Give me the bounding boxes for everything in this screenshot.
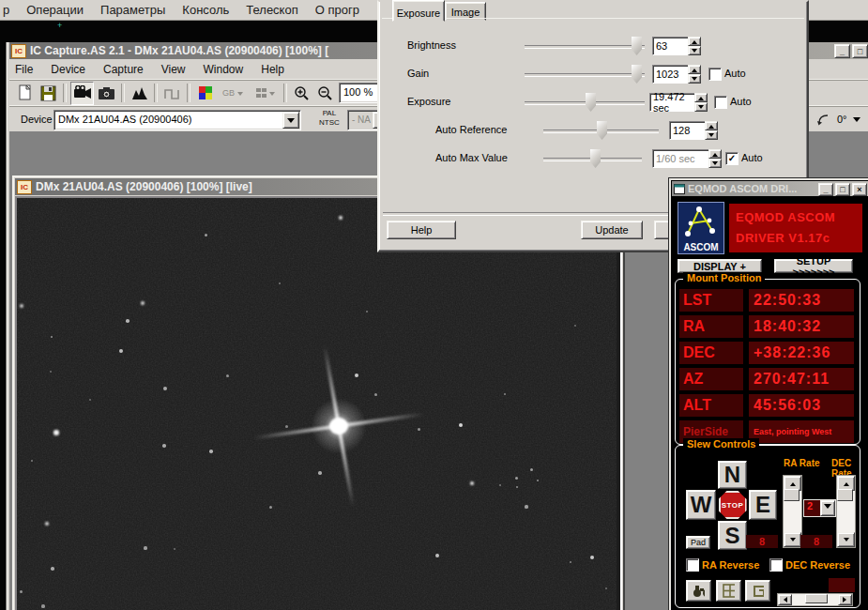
spin-up-button[interactable] <box>688 65 701 74</box>
ra-label: RA <box>679 315 743 338</box>
gb-dropdown[interactable]: GB <box>218 83 248 104</box>
star <box>20 304 24 309</box>
gain-value[interactable]: 1023 <box>652 65 691 84</box>
triangle-down-icon <box>790 538 796 544</box>
dec-rate-scrollbar[interactable] <box>836 475 856 548</box>
exposure-spinner[interactable] <box>694 93 708 112</box>
window-layout-button[interactable] <box>716 580 741 602</box>
exposure-value[interactable]: 19.472 sec <box>649 93 697 112</box>
pad-button[interactable]: Pad <box>686 536 710 549</box>
desktop-menu-item-2[interactable]: Параметры <box>98 3 179 17</box>
new-file-button[interactable] <box>14 83 36 104</box>
trigger-button[interactable] <box>161 83 183 104</box>
find-button[interactable] <box>686 580 711 602</box>
auto-max-value-spinner[interactable] <box>708 149 722 168</box>
star <box>31 460 34 463</box>
color-settings-button[interactable] <box>194 83 216 104</box>
gain-auto-checkbox[interactable] <box>708 68 722 81</box>
slew-north-button[interactable]: N <box>718 461 747 489</box>
menu-item-device[interactable]: Device <box>45 63 98 76</box>
gain-slider-track[interactable] <box>525 73 645 77</box>
auto-max-value-auto-checkbox[interactable]: ✓ <box>725 152 739 165</box>
update-button[interactable]: Update <box>581 221 643 239</box>
menu-item-view[interactable]: View <box>156 63 198 76</box>
zoom-out-button[interactable] <box>314 83 336 104</box>
spin-down-button[interactable] <box>688 74 701 84</box>
menu-item-file[interactable]: File <box>9 63 45 76</box>
auto-reference-spinner[interactable] <box>705 121 718 140</box>
slew-stop-button[interactable]: STOP <box>717 490 748 520</box>
maximize-button[interactable]: □ <box>852 44 868 58</box>
device-combo-arrow[interactable] <box>282 112 299 129</box>
scrollbar-thumb[interactable] <box>837 489 853 501</box>
rate-select[interactable]: 2 <box>803 499 836 517</box>
snapshot-button[interactable] <box>96 83 117 104</box>
save-button[interactable] <box>38 83 59 104</box>
brightness-slider-track[interactable] <box>525 45 645 49</box>
grid-icon <box>723 584 735 598</box>
scroll-down-button[interactable] <box>784 532 801 547</box>
triangle-up-icon <box>712 150 718 157</box>
desktop-menu-item-3[interactable]: Консоль <box>179 3 243 17</box>
brightness-spinner[interactable] <box>688 37 701 55</box>
maximize-button[interactable]: □ <box>835 183 850 196</box>
scroll-left-button[interactable] <box>778 594 792 605</box>
dec-reverse-checkbox[interactable] <box>769 558 783 572</box>
minimize-button[interactable]: _ <box>834 44 850 58</box>
device-combo[interactable]: DMx 21AU04.AS (20900406) <box>53 110 301 130</box>
desktop-menu-item-4[interactable]: Телескоп <box>243 3 312 17</box>
spin-up-button[interactable] <box>705 121 718 130</box>
minimize-button[interactable]: _ <box>818 183 833 196</box>
rate-select-arrow[interactable] <box>820 500 835 516</box>
slew-west-button[interactable]: W <box>686 490 716 520</box>
gain-spinner[interactable] <box>688 65 701 84</box>
auto-reference-value[interactable]: 128 <box>669 121 708 140</box>
auto-max-value-value[interactable]: 1/60 sec <box>652 149 711 168</box>
scrollbar-thumb[interactable] <box>805 594 828 603</box>
exposure-slider-thumb[interactable] <box>586 93 596 112</box>
tab-exposure[interactable]: Exposure <box>392 0 445 22</box>
spin-up-button[interactable] <box>694 93 708 102</box>
histogram-button[interactable] <box>129 83 150 104</box>
auto-reference-slider-thumb[interactable] <box>597 121 607 140</box>
spin-down-button[interactable] <box>688 46 701 55</box>
slew-east-button[interactable]: E <box>749 490 777 520</box>
close-button[interactable]: × <box>852 183 867 196</box>
starfield-image[interactable] <box>17 198 617 610</box>
slew-horizontal-scrollbar[interactable] <box>777 593 853 606</box>
scroll-down-button[interactable] <box>837 532 855 547</box>
spin-down-button[interactable] <box>694 102 708 112</box>
desktop-menu-item-0[interactable]: р <box>0 3 23 17</box>
auto-max-value-slider-thumb[interactable] <box>590 149 601 168</box>
goto-button[interactable] <box>745 580 770 602</box>
gain-slider-thumb[interactable] <box>632 65 642 84</box>
spin-up-button[interactable] <box>708 149 722 159</box>
desktop-menu-item-5[interactable]: О прогр <box>312 3 373 17</box>
brightness-slider-thumb[interactable] <box>632 37 642 55</box>
help-button[interactable]: Help <box>387 221 456 239</box>
exposure-auto-checkbox[interactable] <box>714 96 727 109</box>
ra-reverse-checkbox[interactable] <box>686 558 699 572</box>
scroll-right-button[interactable] <box>838 594 852 605</box>
setup-button[interactable]: SETUP >>>>>>> <box>774 259 853 273</box>
spin-down-button[interactable] <box>708 159 722 168</box>
ra-value: 18:40:32 <box>749 315 854 338</box>
zoom-in-button[interactable] <box>291 83 312 104</box>
ra-rate-scrollbar[interactable] <box>783 475 802 548</box>
slew-south-button[interactable]: S <box>718 521 747 550</box>
menu-item-window[interactable]: Window <box>198 63 256 76</box>
device-label: Device <box>21 114 53 125</box>
desktop-menu-item-1[interactable]: Операции <box>23 3 98 17</box>
menu-item-help[interactable]: Help <box>255 63 297 76</box>
layout-dropdown[interactable] <box>250 83 280 104</box>
exposure-slider-track[interactable] <box>525 101 645 105</box>
spin-down-button[interactable] <box>705 130 718 140</box>
eqmod-title-bar[interactable]: EQMOD ASCOM DRI... _ □ × <box>672 181 868 196</box>
spin-up-button[interactable] <box>688 37 701 46</box>
scrollbar-thumb[interactable] <box>784 489 799 501</box>
brightness-value[interactable]: 63 <box>652 37 691 55</box>
menu-item-capture[interactable]: Capture <box>98 63 156 76</box>
display-button[interactable]: DISPLAY + <box>678 259 762 273</box>
rotation-control[interactable]: 0° <box>809 105 868 132</box>
live-video-button[interactable] <box>70 82 94 105</box>
